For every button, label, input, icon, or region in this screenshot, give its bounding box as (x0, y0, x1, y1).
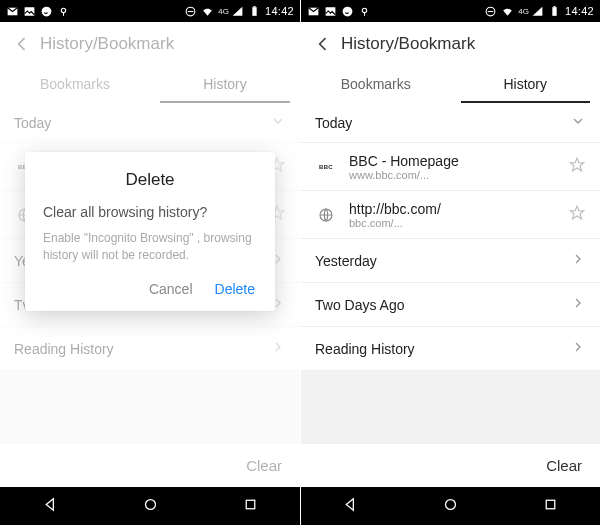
screen-left: 4G 14:42 History/Bookmark Bookmarks Hist… (0, 0, 300, 525)
svg-rect-17 (546, 500, 555, 509)
screen-right: 4G 14:42 History/Bookmark Bookmarks Hist… (300, 0, 600, 525)
svg-rect-14 (553, 6, 555, 7)
network-label: 4G (218, 7, 229, 16)
svg-point-2 (61, 8, 65, 12)
location-icon (57, 5, 70, 18)
nav-back-icon[interactable] (342, 496, 359, 517)
svg-point-11 (362, 8, 366, 12)
wifi-icon (501, 5, 514, 18)
dnd-icon (484, 5, 497, 18)
section-reading-history[interactable]: Reading History (301, 327, 600, 371)
cancel-button[interactable]: Cancel (149, 281, 193, 297)
favicon-bbc: BBC (315, 156, 337, 178)
dialog-actions: Cancel Delete (43, 275, 257, 303)
svg-rect-4 (252, 7, 256, 16)
nav-home-icon[interactable] (142, 496, 159, 517)
content-area: Today BBC BBC - Homepage www.bbc.com/...… (301, 103, 600, 487)
chevron-down-icon (570, 113, 586, 132)
star-icon[interactable] (568, 156, 586, 178)
gmail-icon (6, 5, 19, 18)
back-button[interactable] (309, 30, 337, 58)
chevron-right-icon (570, 251, 586, 270)
signal-icon (531, 5, 544, 18)
delete-dialog: Delete Clear all browsing history? Enabl… (25, 152, 275, 311)
section-label: Reading History (315, 341, 415, 357)
dialog-message: Clear all browsing history? (43, 204, 257, 220)
status-bar: 4G 14:42 (301, 0, 600, 22)
svg-point-10 (343, 6, 353, 16)
nav-back-icon[interactable] (42, 496, 59, 517)
android-nav-bar (0, 487, 300, 525)
battery-icon (548, 5, 561, 18)
image-icon (23, 5, 36, 18)
history-item[interactable]: http://bbc.com/ bbc.com/... (301, 191, 600, 239)
signal-icon (231, 5, 244, 18)
section-label: Today (315, 115, 352, 131)
section-two-days-ago[interactable]: Two Days Ago (301, 283, 600, 327)
svg-rect-5 (253, 6, 255, 7)
nav-recent-icon[interactable] (242, 496, 259, 517)
delete-button[interactable]: Delete (215, 281, 255, 297)
svg-rect-8 (246, 500, 255, 509)
gmail-icon (307, 5, 320, 18)
bottom-bar: Clear (301, 443, 600, 487)
dialog-title: Delete (43, 170, 257, 190)
tab-bar: Bookmarks History (301, 65, 600, 103)
star-icon[interactable] (568, 204, 586, 226)
history-item-title: BBC - Homepage (349, 153, 560, 169)
history-item-url: bbc.com/... (349, 217, 560, 229)
history-item[interactable]: BBC BBC - Homepage www.bbc.com/... (301, 143, 600, 191)
history-item-title: http://bbc.com/ (349, 201, 560, 217)
dialog-hint: Enable "Incognito Browsing" , browsing h… (43, 230, 257, 265)
chevron-right-icon (570, 295, 586, 314)
tab-bookmarks[interactable]: Bookmarks (301, 65, 451, 103)
page-title: History/Bookmark (341, 34, 475, 54)
section-label: Yesterday (315, 253, 377, 269)
svg-point-16 (446, 499, 456, 509)
empty-space (301, 371, 600, 443)
section-yesterday[interactable]: Yesterday (301, 239, 600, 283)
nav-recent-icon[interactable] (542, 496, 559, 517)
dnd-icon (184, 5, 197, 18)
nav-home-icon[interactable] (442, 496, 459, 517)
whatsapp-icon (341, 5, 354, 18)
battery-icon (248, 5, 261, 18)
wifi-icon (201, 5, 214, 18)
section-label: Two Days Ago (315, 297, 405, 313)
history-item-url: www.bbc.com/... (349, 169, 560, 181)
svg-point-7 (145, 499, 155, 509)
tab-history[interactable]: History (451, 65, 601, 103)
svg-point-1 (42, 6, 52, 16)
globe-icon (315, 204, 337, 226)
clock-text: 14:42 (265, 5, 294, 17)
app-bar: History/Bookmark (301, 22, 600, 65)
status-bar: 4G 14:42 (0, 0, 300, 22)
location-icon (358, 5, 371, 18)
dialog-scrim[interactable]: Delete Clear all browsing history? Enabl… (0, 22, 300, 487)
network-label: 4G (518, 7, 529, 16)
clock-text: 14:42 (565, 5, 594, 17)
android-nav-bar (301, 487, 600, 525)
image-icon (324, 5, 337, 18)
svg-rect-13 (552, 7, 556, 16)
chevron-right-icon (570, 339, 586, 358)
clear-button[interactable]: Clear (546, 457, 582, 474)
whatsapp-icon (40, 5, 53, 18)
section-today[interactable]: Today (301, 103, 600, 143)
